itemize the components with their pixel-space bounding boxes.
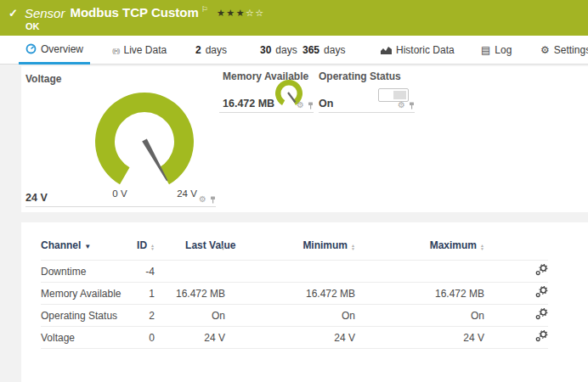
sensor-header: ✓ Sensor Modbus TCP Custom ⚐ ★★★☆☆ OK	[0, 0, 588, 36]
table-row: Memory Available 1 16.472 MB 16.472 MB 1…	[41, 283, 548, 305]
channels-table: Channel▼ ID▲▼ Last Value▲▼ Minimum▲▼ Max…	[41, 239, 548, 349]
col-header-id[interactable]: ID▲▼	[126, 239, 155, 261]
cell-channel: Operating Status	[41, 305, 126, 327]
gear-icon[interactable]: ⚙	[398, 101, 405, 110]
voltage-value: 24 V	[25, 192, 48, 204]
cell-maximum	[355, 261, 484, 283]
tab-365-days[interactable]: 365 days	[296, 36, 352, 65]
cell-id: 0	[126, 327, 155, 349]
cell-last-value: 24 V	[155, 327, 225, 349]
stars-empty[interactable]: ☆☆	[246, 8, 265, 18]
col-header-minimum[interactable]: Minimum▲▼	[225, 239, 355, 261]
col-header-actions	[484, 239, 548, 261]
cell-maximum: 24 V	[355, 327, 484, 349]
tab-label: days	[206, 44, 227, 56]
table-row: Downtime -4	[41, 261, 548, 283]
log-list-icon: ▤	[481, 44, 490, 56]
cell-last-value: 16.472 MB	[155, 283, 225, 305]
tab-overview[interactable]: Overview	[19, 36, 90, 65]
table-header-row: Channel▼ ID▲▼ Last Value▲▼ Minimum▲▼ Max…	[41, 239, 548, 261]
sort-desc-icon[interactable]: ▼	[84, 243, 91, 250]
edit-channel-icon[interactable]	[535, 286, 548, 298]
area-chart-icon	[381, 46, 392, 54]
pin-icon[interactable]	[308, 102, 314, 110]
col-header-last-value[interactable]: Last Value▲▼	[155, 239, 225, 261]
tab-label: days	[324, 44, 345, 56]
cell-id: 1	[126, 283, 155, 305]
tab-label: days	[275, 44, 297, 56]
pin-icon[interactable]	[409, 102, 415, 110]
pin-icon[interactable]	[210, 196, 216, 204]
edit-channel-icon[interactable]	[535, 330, 548, 342]
voltage-gauge	[81, 81, 208, 189]
cell-last-value	[155, 261, 225, 283]
tab-label: Overview	[41, 43, 83, 55]
table-row: Voltage 0 24 V 24 V 24 V	[41, 327, 548, 349]
operating-status-panel: Operating Status On ⚙	[319, 70, 415, 113]
memory-value-row: 16.472 MB ⚙	[219, 98, 314, 113]
sort-icon[interactable]: ▲▼	[221, 244, 225, 250]
sensor-title-row: ✓ Sensor Modbus TCP Custom ⚐ ★★★☆☆	[8, 5, 265, 20]
sensor-status-badge: OK	[25, 21, 40, 31]
tab-bar: Overview ((•)) Live Data 2 days 30 days …	[0, 36, 588, 65]
tab-number: 30	[260, 44, 271, 56]
gear-icon: ⚙	[540, 44, 550, 56]
cell-last-value: On	[155, 305, 225, 327]
memory-panel: Memory Available 16.472 MB ⚙	[223, 70, 314, 113]
edit-channel-icon[interactable]	[535, 308, 548, 320]
gauge-icon	[25, 43, 37, 54]
cell-channel: Memory Available	[41, 283, 126, 305]
tab-label: Historic Data	[396, 44, 455, 56]
priority-stars[interactable]: ★★★☆☆	[217, 8, 265, 19]
table-row: Operating Status 2 On On On	[41, 305, 548, 327]
cell-id: 2	[126, 305, 155, 327]
col-header-channel[interactable]: Channel▼	[41, 239, 126, 261]
live-data-icon: ((•))	[112, 47, 119, 54]
cell-maximum: On	[355, 305, 484, 327]
cell-maximum: 16.472 MB	[355, 283, 484, 305]
edit-channel-icon[interactable]	[535, 264, 548, 276]
cell-channel: Downtime	[41, 261, 126, 283]
voltage-panel-title: Voltage	[25, 73, 61, 85]
sensor-name: Modbus TCP Custom	[70, 5, 198, 20]
channels-table-card: Channel▼ ID▲▼ Last Value▲▼ Minimum▲▼ Max…	[21, 222, 588, 382]
memory-value: 16.472 MB	[219, 98, 274, 110]
tab-number: 365	[302, 44, 319, 56]
gear-icon[interactable]: ⚙	[297, 101, 304, 110]
tab-historic-data[interactable]: Historic Data	[374, 36, 461, 65]
overview-gauges-card: Voltage 0 V 24 V 24 V ⚙ Memory Available…	[21, 66, 588, 212]
voltage-value-row: 24 V ⚙	[25, 191, 216, 207]
cell-minimum: 24 V	[225, 327, 355, 349]
sort-icon[interactable]: ▲▼	[150, 244, 155, 250]
object-kind-label: Sensor	[25, 6, 65, 20]
tab-live-data[interactable]: ((•)) Live Data	[105, 36, 173, 65]
tab-label: Log	[495, 44, 512, 56]
cell-minimum: 16.472 MB	[225, 283, 355, 305]
tab-number: 2	[195, 44, 201, 56]
stars-filled[interactable]: ★★★	[217, 8, 246, 18]
sort-icon[interactable]: ▲▼	[351, 244, 355, 250]
sort-icon[interactable]: ▲▼	[480, 244, 484, 250]
gauge-needle	[142, 138, 167, 181]
cell-minimum: On	[225, 305, 355, 327]
tab-label: Settings	[554, 44, 588, 56]
tab-settings[interactable]: ⚙ Settings	[534, 36, 588, 65]
operating-value-row: On ⚙	[319, 98, 415, 113]
priority-flag-icon[interactable]: ⚐	[201, 5, 208, 14]
col-header-maximum[interactable]: Maximum▲▼	[355, 239, 484, 261]
cell-id: -4	[126, 261, 155, 283]
tab-label: Live Data	[123, 44, 167, 56]
tab-log[interactable]: ▤ Log	[474, 36, 518, 65]
operating-panel-title: Operating Status	[319, 70, 415, 82]
tab-2-days[interactable]: 2 days	[189, 36, 234, 65]
cell-minimum	[225, 261, 355, 283]
gear-icon[interactable]: ⚙	[199, 195, 206, 204]
operating-value: On	[319, 98, 333, 110]
ok-check-icon: ✓	[8, 7, 18, 20]
cell-channel: Voltage	[41, 327, 126, 349]
